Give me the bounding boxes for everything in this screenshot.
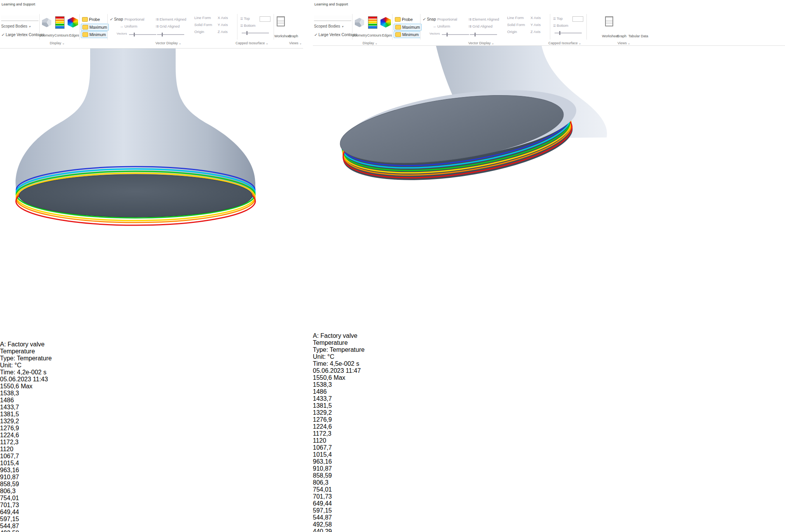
- contours-icon[interactable]: [368, 16, 377, 29]
- legend-entry: 1224,6: [313, 423, 785, 430]
- edges-icon[interactable]: [380, 17, 391, 28]
- legend-entry: 910,87: [313, 465, 785, 472]
- legend-value: 1550,6 Max: [313, 374, 345, 381]
- vector-density-slider[interactable]: [470, 34, 497, 35]
- line-form-button[interactable]: Line Form: [194, 16, 211, 20]
- legend-value: 1120: [313, 437, 326, 444]
- legend-entry: 1120: [0, 446, 303, 453]
- capped-slider[interactable]: [555, 33, 582, 33]
- vectors-label: Vectors: [429, 32, 440, 35]
- z-axis-button[interactable]: Z Axis: [218, 30, 228, 34]
- large-vertex-contours-checkbox[interactable]: Large Vertex Contours: [1, 33, 44, 37]
- probe-button[interactable]: Probe: [81, 16, 101, 23]
- legend-value: 910,87: [0, 474, 19, 480]
- ribbon-a: Learning and Support Scoped Bodies Large…: [0, 0, 303, 49]
- legend-entry: 1381,5: [0, 411, 303, 418]
- maximum-button[interactable]: Maximum: [81, 24, 109, 31]
- legend-header-line: A: Factory valve: [0, 341, 303, 348]
- legend-entry: 754,01: [313, 486, 785, 493]
- legend-entry: 1015,4: [0, 460, 303, 467]
- vectors-label: Vectors: [117, 32, 127, 35]
- uniform-button[interactable]: Uniform: [120, 24, 137, 28]
- legend-header-line: Temperature: [313, 339, 785, 346]
- vector-length-slider[interactable]: [129, 34, 156, 35]
- legend-value: 1486: [313, 388, 327, 395]
- minimum-icon: [82, 32, 88, 37]
- origin-button[interactable]: Origin: [194, 30, 204, 34]
- legend-header-line: Time: 4,2e-002 s: [0, 369, 303, 376]
- legend-entry: 1486: [313, 388, 785, 395]
- solid-form-button[interactable]: Solid Form: [194, 23, 212, 27]
- minimum-button[interactable]: Minimum: [81, 31, 108, 38]
- legend-value: 963,16: [0, 467, 19, 473]
- large-vertex-contours-checkbox[interactable]: Large Vertex Contours: [314, 33, 357, 37]
- legend-entry: 1276,9: [313, 416, 785, 423]
- legend-entry: 1120: [313, 437, 785, 444]
- legend-value: 1224,6: [0, 432, 19, 438]
- x-axis-button[interactable]: X Axis: [218, 16, 228, 20]
- grid-aligned-button[interactable]: Grid Aligned: [155, 24, 180, 28]
- minimum-icon: [395, 32, 401, 37]
- geometry-icon[interactable]: [42, 18, 51, 27]
- probe-button[interactable]: Probe: [394, 16, 414, 23]
- legend-value: 701,73: [0, 502, 19, 508]
- capped-bottom-button[interactable]: Bottom: [240, 23, 256, 28]
- worksheet-icon[interactable]: [605, 16, 613, 26]
- legend-value: 806,3: [0, 488, 16, 494]
- legend-header-line: Unit: °C: [0, 362, 303, 369]
- scoped-bodies-dropdown[interactable]: Scoped Bodies: [314, 24, 343, 28]
- graph-view-label: Graph: [288, 34, 298, 38]
- legend-entry: 1433,7: [0, 404, 303, 411]
- legend-value: 701,73: [313, 493, 332, 500]
- origin-button[interactable]: Origin: [507, 30, 517, 34]
- vector-density-slider[interactable]: [157, 34, 184, 35]
- valve-3d-model-a: [0, 7, 303, 339]
- contours-label: Contours: [54, 33, 69, 37]
- minimum-button[interactable]: Minimum: [394, 31, 420, 38]
- panel-b: Learning and Support Scoped Bodies Large…: [313, 0, 785, 532]
- capped-top-button[interactable]: Top: [553, 16, 563, 21]
- solid-form-button[interactable]: Solid Form: [507, 23, 525, 27]
- legend-entry: 1172,3: [0, 439, 303, 446]
- legend-entry: 597,15: [0, 516, 303, 523]
- legend-value: 649,44: [0, 509, 19, 515]
- line-form-button[interactable]: Line Form: [507, 16, 524, 20]
- grid-aligned-button[interactable]: Grid Aligned: [468, 24, 492, 28]
- viewport-a[interactable]: A: Factory valveTemperatureType: Tempera…: [0, 7, 303, 532]
- x-axis-button[interactable]: X Axis: [530, 16, 541, 20]
- vector-length-slider[interactable]: [442, 34, 469, 35]
- ribbon-b: Learning and Support Scoped Bodies Large…: [313, 0, 785, 46]
- worksheet-icon[interactable]: [277, 16, 285, 26]
- capped-top-button[interactable]: Top: [240, 16, 250, 21]
- y-axis-button[interactable]: Y Axis: [218, 23, 228, 27]
- y-axis-button[interactable]: Y Axis: [530, 23, 541, 27]
- legend-value: 910,87: [313, 465, 332, 472]
- learning-and-support-link[interactable]: Learning and Support: [314, 2, 348, 6]
- worksheet-label: Worksheet: [602, 34, 619, 38]
- capped-value-input[interactable]: [260, 16, 270, 22]
- element-aligned-button[interactable]: Element Aligned: [155, 17, 186, 21]
- legend-value: 1172,3: [0, 439, 19, 445]
- panel-a: Learning and Support Scoped Bodies Large…: [0, 0, 303, 532]
- capped-value-input[interactable]: [572, 16, 583, 22]
- quick-search-field[interactable]: [1, 16, 38, 21]
- graph-view-label: Graph: [617, 34, 626, 38]
- viewport-b[interactable]: A: Factory valveTemperatureType: Tempera…: [313, 7, 785, 532]
- proportional-button[interactable]: Proportional: [120, 17, 144, 21]
- contours-icon[interactable]: [55, 16, 65, 29]
- element-aligned-button[interactable]: Element Aligned: [468, 17, 499, 21]
- legend-value: 1224,6: [313, 423, 332, 430]
- uniform-button[interactable]: Uniform: [433, 24, 450, 28]
- maximum-button[interactable]: Maximum: [394, 24, 422, 31]
- geometry-icon[interactable]: [355, 18, 364, 27]
- proportional-button[interactable]: Proportional: [433, 17, 457, 21]
- legend-entry: 440,29: [313, 528, 785, 532]
- edges-icon[interactable]: [68, 17, 78, 28]
- capped-bottom-button[interactable]: Bottom: [553, 23, 569, 28]
- quick-search-field[interactable]: [314, 16, 351, 21]
- scoped-bodies-dropdown[interactable]: Scoped Bodies: [1, 24, 30, 28]
- capped-slider[interactable]: [242, 33, 269, 33]
- legend-value: 1538,3: [0, 390, 19, 396]
- learning-and-support-link[interactable]: Learning and Support: [2, 2, 35, 6]
- z-axis-button[interactable]: Z Axis: [530, 30, 541, 34]
